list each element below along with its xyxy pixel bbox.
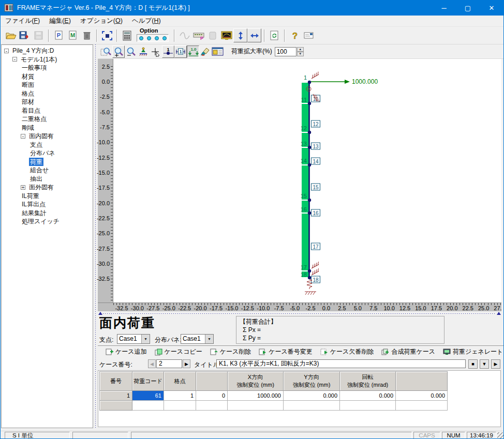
cell[interactable]: 0.000 [340, 391, 396, 401]
doc-m-icon[interactable]: M [66, 28, 80, 42]
empty-cell[interactable] [132, 401, 164, 411]
minimize-button[interactable]: ─ [432, 0, 456, 16]
empty-cell[interactable] [228, 401, 284, 411]
paint-icon[interactable] [199, 46, 212, 58]
tree-item-label[interactable]: 格点 [21, 89, 35, 98]
case-number-field[interactable]: 2 [156, 359, 182, 368]
case-merge-button[interactable]: 合成荷重ケース [381, 347, 435, 356]
tree-item-label[interactable]: 断面 [21, 81, 35, 89]
case-delete-button[interactable]: ケース削除 [210, 347, 251, 356]
support-case-select[interactable]: Case1 ▼ [117, 334, 150, 344]
tree-item[interactable]: +面外固有 [2, 183, 93, 192]
empty-cell[interactable] [196, 401, 228, 411]
tree-item-label[interactable]: 着目点 [21, 107, 41, 115]
support-display-icon[interactable] [137, 46, 150, 58]
load-display-icon[interactable]: 1.0 [187, 46, 199, 58]
tree-item[interactable]: 結果集計 [2, 209, 93, 218]
tree-item-label[interactable]: 部材 [21, 98, 35, 107]
delete-icon[interactable] [80, 28, 94, 42]
cell[interactable]: 61 [132, 391, 164, 401]
expand-icon[interactable]: + [21, 185, 25, 190]
select-cursor-icon[interactable] [150, 46, 162, 58]
resize-grip[interactable] [497, 432, 503, 438]
tree-item[interactable]: IL荷重 [2, 192, 93, 201]
tree-item-label[interactable]: 荷重 [29, 158, 43, 166]
chevron-down-icon[interactable]: ▼ [205, 335, 213, 343]
tree-item[interactable]: 一般事項 [2, 64, 93, 72]
play-button[interactable]: ▶ [491, 359, 500, 369]
tree-item[interactable]: -モデル1(1本) [2, 55, 93, 64]
tree-item-label[interactable]: 支点 [29, 141, 43, 149]
tree-item-label[interactable]: 結果集計 [21, 209, 48, 218]
help-icon[interactable]: ? [288, 28, 302, 42]
tree-item[interactable]: 組合せ [2, 166, 93, 175]
menu-option[interactable]: オプション(O) [76, 17, 127, 25]
wave-icon[interactable] [177, 28, 191, 42]
collapse-icon[interactable]: - [21, 134, 25, 139]
down-button[interactable]: ▼ [480, 359, 489, 369]
cell[interactable]: 1 [164, 391, 196, 401]
model-canvas[interactable]: 1111112121313141415151616171718181000.00… [113, 59, 501, 302]
menu-help[interactable]: ヘルプ(H) [127, 17, 166, 25]
load-scale-input[interactable]: 100 [275, 47, 297, 56]
member-number-icon[interactable]: 1 [174, 46, 187, 58]
doc-p-icon[interactable]: P [52, 28, 66, 42]
spring-case-select[interactable]: Case1 ▼ [181, 334, 214, 344]
tree-item-label[interactable]: 組合せ [29, 166, 50, 175]
tree-item-label[interactable]: IL算出点 [21, 200, 47, 209]
monitor-chart-icon[interactable] [219, 28, 233, 42]
collapse-icon[interactable]: - [12, 57, 17, 62]
empty-cell[interactable] [284, 401, 340, 411]
zoom-out-icon[interactable] [125, 46, 137, 58]
open-file-icon[interactable] [4, 28, 18, 42]
case-add-button[interactable]: ケース追加 [106, 347, 147, 356]
chevron-down-icon[interactable]: ▼ [141, 335, 150, 343]
cell[interactable]: 1 [100, 391, 132, 401]
case-title-field[interactable]: K1, K3 (水平反力=K1, 回転反力=K3) [216, 359, 466, 368]
case-purge-button[interactable]: ケース欠番削除 [320, 347, 374, 356]
maximize-button[interactable]: ▢ [456, 0, 480, 16]
tree-item[interactable]: 処理スイッチ [2, 217, 93, 226]
tree-item[interactable]: 荷重 [2, 158, 93, 166]
collapse-icon[interactable]: - [4, 49, 9, 53]
close-button[interactable]: ✕ [480, 0, 503, 16]
tree-item[interactable]: -面内固有 [2, 132, 93, 141]
tree-item[interactable]: -Pile_4 Y方向:D [2, 47, 93, 55]
zoom-in-icon[interactable] [112, 46, 125, 58]
refresh-doc-icon[interactable] [268, 28, 281, 42]
empty-cell[interactable] [396, 401, 448, 411]
case-renumber-button[interactable]: ケース番号変更 [259, 347, 313, 356]
menu-edit[interactable]: 編集(E) [45, 17, 76, 25]
tree-item-label[interactable]: 面内固有 [28, 132, 55, 141]
option-radio-dots[interactable] [137, 34, 169, 42]
tree-item-label[interactable]: 剛域 [21, 124, 35, 132]
node-number-icon[interactable]: 1 [162, 46, 174, 58]
tree-item-label[interactable]: IL荷重 [21, 192, 40, 201]
door-icon[interactable] [205, 28, 219, 42]
spin-down-icon[interactable]: ▼ [297, 52, 304, 56]
cell[interactable]: 0.000 [396, 391, 448, 401]
cell[interactable]: 0 [196, 391, 228, 401]
save-icon[interactable] [32, 28, 46, 42]
case-prev-button[interactable]: ◀ [148, 359, 156, 368]
tree-item-label[interactable]: 一般事項 [21, 64, 48, 72]
option-group[interactable]: Option [136, 28, 170, 42]
cell[interactable]: 1000.000 [228, 391, 284, 401]
tree-item[interactable]: 格点 [2, 89, 93, 98]
tree-item[interactable]: IL算出点 [2, 200, 93, 209]
tree-item[interactable]: 材質 [2, 72, 93, 81]
fit-horizontal-icon[interactable] [247, 28, 261, 42]
zoom-window-icon[interactable] [100, 46, 112, 58]
layout-panel-icon[interactable] [212, 46, 224, 58]
empty-cell[interactable] [164, 401, 196, 411]
tree-item[interactable]: 剛域 [2, 124, 93, 132]
tip-icon[interactable] [302, 28, 316, 42]
tree-item[interactable]: 分布バネ [2, 149, 93, 158]
tree-item-label[interactable]: モデル1(1本) [20, 55, 58, 64]
tree-item-label[interactable]: 分布バネ [29, 149, 56, 158]
frame-edit-icon[interactable] [100, 28, 114, 42]
spin-up-icon[interactable]: ▲ [297, 47, 304, 52]
case-generate-button[interactable]: 荷重ジェネレート [443, 347, 503, 356]
calculator-icon[interactable] [120, 28, 134, 42]
tree-item[interactable]: 抽出 [2, 175, 93, 184]
